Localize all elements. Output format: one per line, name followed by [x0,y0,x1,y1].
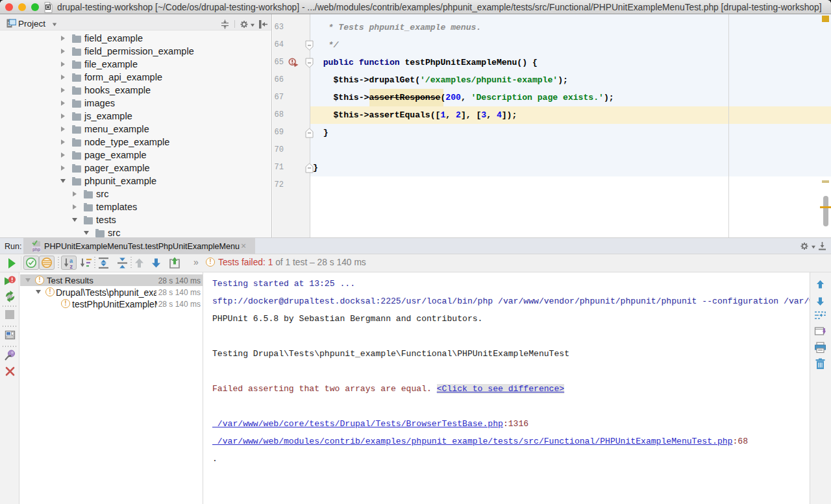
svg-text:php: php [32,247,40,252]
svg-text:z: z [70,263,73,270]
